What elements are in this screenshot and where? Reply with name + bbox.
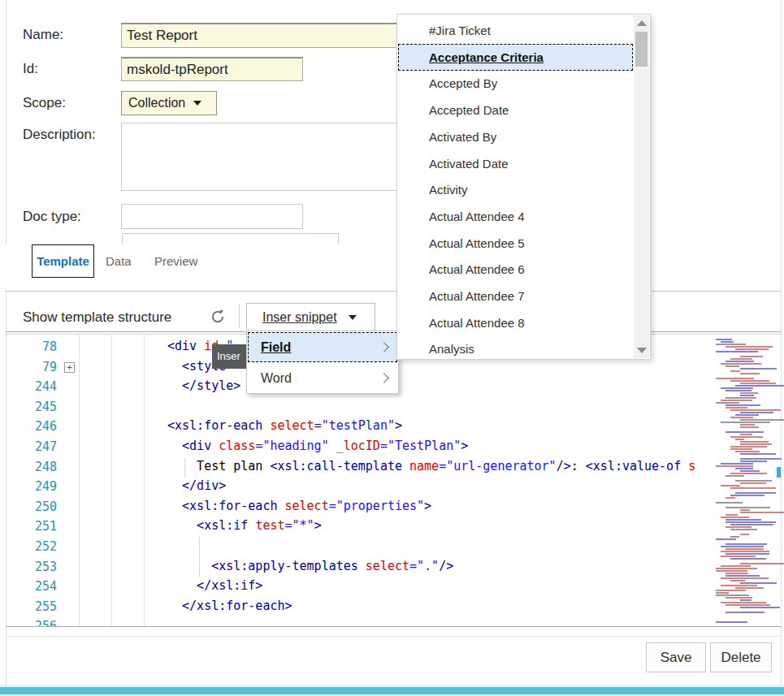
code-text: <xsl:if test="*"> — [167, 518, 322, 533]
delete-button[interactable]: Delete — [710, 642, 772, 672]
line-number: 79 — [0, 360, 57, 374]
menu-item-label: Word — [261, 371, 380, 386]
save-button[interactable]: Save — [646, 642, 706, 672]
code-text: </xsl:for-each> — [167, 599, 292, 613]
code-text: <div class="heading" _locID="TestPlan"> — [167, 439, 468, 453]
code-text: <xsl:for-each select="properties"> — [167, 499, 431, 513]
insert-snippet-dropdown[interactable]: Inser snippet — [246, 303, 375, 331]
window-right-border — [781, 0, 782, 685]
tab-divider — [6, 291, 781, 292]
line-number: 255 — [0, 599, 57, 614]
field-option[interactable]: Actual Attendee 6 — [398, 256, 633, 283]
code-line[interactable]: 255 </xsl:for-each> — [0, 597, 710, 617]
field-option[interactable]: Accepted By — [398, 70, 633, 97]
content-bottom-border — [0, 685, 784, 686]
field-option[interactable]: Actual Attendee 4 — [398, 203, 633, 230]
line-number: 251 — [0, 519, 57, 534]
dropdown-scrollbar[interactable] — [634, 15, 649, 358]
field-option[interactable]: Activity — [398, 176, 633, 203]
line-number: 249 — [0, 479, 57, 494]
code-text: </div> — [167, 478, 226, 493]
footer-divider — [6, 636, 781, 637]
code-line[interactable]: 245 — [0, 397, 710, 417]
field-option[interactable]: Activated By — [398, 123, 633, 150]
scroll-down-icon[interactable] — [637, 348, 647, 353]
id-input[interactable] — [121, 57, 303, 81]
partial-input[interactable] — [122, 233, 339, 244]
field-option[interactable]: Actual Attendee 5 — [398, 230, 633, 257]
scope-selected-value: Collection — [128, 96, 185, 110]
chevron-right-icon — [379, 342, 389, 352]
field-option[interactable]: Acceptance Criteria — [398, 44, 633, 71]
tab-data[interactable]: Data — [106, 254, 132, 268]
line-number: 253 — [0, 560, 57, 574]
code-line[interactable]: 247 <div class="heading" _locID="TestPla… — [0, 437, 710, 457]
field-dropdown-panel: #Jira TicketAcceptance CriteriaAccepted … — [396, 14, 651, 360]
scope-label: Scope: — [23, 95, 66, 111]
status-bar — [0, 687, 784, 694]
tab-template-label: Template — [37, 254, 89, 268]
field-option[interactable]: Accepted Date — [398, 97, 633, 123]
field-option[interactable]: #Jira Ticket — [398, 17, 633, 44]
show-template-structure-label: Show template structure — [23, 309, 171, 326]
code-text: </style> — [167, 378, 240, 393]
scrollbar-thumb[interactable] — [635, 32, 648, 67]
code-line[interactable]: 252 — [0, 537, 710, 557]
report-template-editor-window: Name: Id: Scope: Collection Description:… — [0, 0, 784, 696]
doctype-label: Doc type: — [23, 209, 81, 225]
snippet-menu-item-field[interactable]: Field — [248, 332, 397, 362]
doctype-input[interactable] — [121, 204, 303, 229]
tab-template[interactable]: Template — [32, 244, 94, 278]
scope-select[interactable]: Collection — [121, 91, 217, 115]
field-option[interactable]: Activated Date — [398, 150, 633, 177]
code-line[interactable]: 251 <xsl:if test="*"> — [0, 517, 710, 537]
chevron-down-icon — [193, 101, 201, 106]
code-line[interactable]: 250 <xsl:for-each select="properties"> — [0, 497, 710, 517]
code-line[interactable]: 256 — [0, 616, 710, 626]
code-line[interactable]: 249 </div> — [0, 477, 710, 497]
field-option[interactable]: Analysis — [398, 335, 633, 362]
code-line[interactable]: 253 <xsl:apply-templates select="."/> — [0, 557, 710, 577]
editor-bottom-border — [6, 626, 781, 627]
menu-item-label: Field — [261, 340, 380, 355]
refresh-icon[interactable] — [209, 308, 227, 326]
code-text: <xsl:for-each select="testPlan"> — [167, 418, 402, 433]
code-text: <xsl:apply-templates select="."/> — [167, 559, 453, 573]
field-option[interactable]: Actual Attendee 8 — [398, 309, 633, 336]
line-number: 254 — [0, 579, 57, 594]
chevron-down-icon — [349, 315, 357, 320]
code-line[interactable]: 254 </xsl:if> — [0, 577, 710, 597]
line-number: 248 — [0, 460, 57, 474]
code-line[interactable]: 248 Test plan <xsl:call-template name="u… — [0, 457, 710, 478]
chevron-right-icon — [379, 373, 389, 383]
tab-preview[interactable]: Preview — [154, 254, 197, 268]
indent-guide — [184, 458, 185, 478]
line-number: 250 — [0, 499, 57, 514]
line-number: 252 — [0, 539, 57, 554]
insert-snippet-label: Inser snippet — [262, 310, 337, 325]
minimap[interactable] — [713, 339, 781, 626]
line-number: 244 — [0, 379, 57, 394]
line-number: 78 — [0, 339, 57, 354]
code-text: Test plan <xsl:call-template name="url-g… — [167, 459, 695, 473]
toolbar-separator — [239, 304, 240, 328]
name-label: Name: — [23, 27, 63, 43]
minimap-viewport-marker — [777, 467, 781, 478]
description-label: Description: — [23, 127, 96, 143]
code-line[interactable]: 246<xsl:for-each select="testPlan"> — [0, 417, 710, 437]
snippet-menu: FieldWord — [246, 331, 399, 394]
scroll-up-icon[interactable] — [637, 20, 647, 26]
line-number: 246 — [0, 419, 57, 434]
id-label: Id: — [23, 61, 38, 77]
field-option[interactable]: Actual Attendee 7 — [398, 283, 633, 309]
line-number: 245 — [0, 400, 57, 414]
code-text: </xsl:if> — [167, 578, 262, 593]
line-number: 247 — [0, 439, 57, 454]
snippet-menu-item-word[interactable]: Word — [248, 363, 397, 393]
indent-guide — [199, 537, 200, 577]
line-number: 256 — [0, 619, 57, 626]
